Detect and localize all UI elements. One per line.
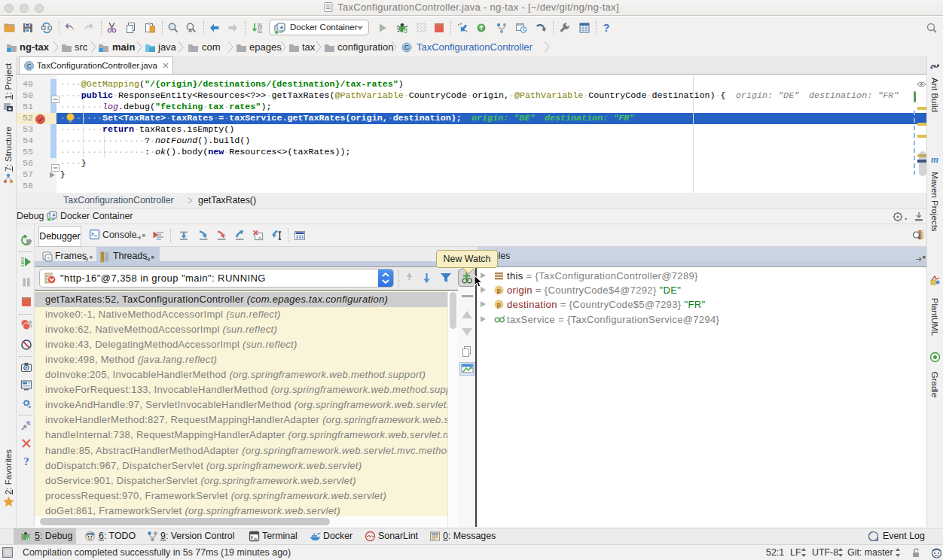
svg-text:<: < xyxy=(47,256,50,261)
svg-text:p: p xyxy=(497,301,501,309)
svg-text:C: C xyxy=(26,62,31,70)
svg-text:p: p xyxy=(497,287,501,294)
svg-text:?: ? xyxy=(603,22,610,34)
svg-text:m: m xyxy=(931,154,938,164)
svg-text:?: ? xyxy=(23,455,29,467)
svg-text:C: C xyxy=(404,44,410,51)
svg-text:A: A xyxy=(188,28,192,33)
svg-text:01: 01 xyxy=(258,30,262,35)
